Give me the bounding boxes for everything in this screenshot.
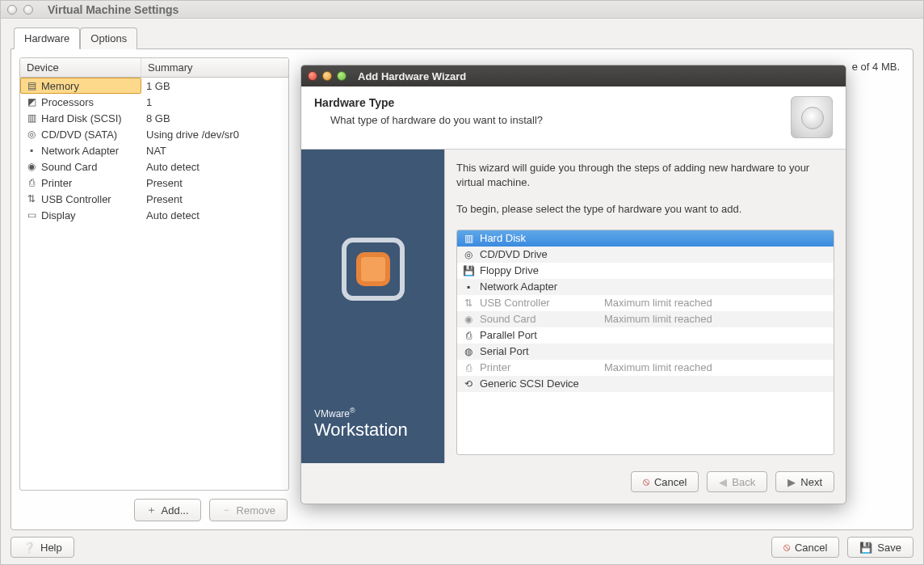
- add-device-label: Add...: [162, 504, 189, 517]
- device-row[interactable]: ▭DisplayAuto detect: [20, 207, 288, 223]
- device-icon: ▥: [25, 112, 38, 124]
- hardware-type-label: Generic SCSI Device: [480, 377, 579, 390]
- wizard-title: Add Hardware Wizard: [358, 70, 466, 82]
- help-button[interactable]: ❔ Help: [10, 537, 74, 558]
- device-summary: 1: [141, 95, 288, 110]
- minus-icon: －: [221, 503, 232, 517]
- cancel-button[interactable]: ⦸ Cancel: [771, 537, 839, 558]
- tab-hardware[interactable]: Hardware: [14, 27, 80, 49]
- hardware-type-item[interactable]: 💾Floppy Drive: [457, 263, 834, 279]
- device-table[interactable]: Device Summary ▤Memory1 GB◩Processors1▥H…: [19, 57, 289, 491]
- hardware-type-icon: ◉: [462, 313, 475, 326]
- wizard-brand: VMware® Workstation: [301, 389, 444, 463]
- device-row[interactable]: ⎙PrinterPresent: [20, 175, 288, 191]
- hardware-type-item[interactable]: ⎙Parallel Port: [457, 327, 834, 344]
- hardware-type-list[interactable]: ▥Hard Disk◎CD/DVD Drive💾Floppy Drive▪Net…: [456, 230, 834, 455]
- hardware-type-label: Sound Card: [480, 313, 536, 325]
- hardware-type-label: Parallel Port: [480, 329, 537, 341]
- device-row[interactable]: ⇅USB ControllerPresent: [20, 191, 288, 207]
- bottom-bar: ❔ Help ⦸ Cancel 💾 Save: [1, 530, 923, 564]
- device-row[interactable]: ▥Hard Disk (SCSI)8 GB: [20, 110, 288, 126]
- device-icon: ▭: [25, 209, 38, 221]
- brand-vmware: VMware: [314, 408, 350, 420]
- hardware-type-item: ◉Sound CardMaximum limit reached: [457, 311, 834, 327]
- wizard-sidebar: VMware® Workstation: [301, 150, 445, 463]
- device-buttons: ＋ Add... － Remove: [19, 491, 289, 521]
- window-title: Virtual Machine Settings: [48, 3, 178, 16]
- hardware-type-icon: 💾: [462, 264, 475, 277]
- device-row[interactable]: ◎CD/DVD (SATA)Using drive /dev/sr0: [20, 126, 288, 142]
- help-icon: ❔: [23, 542, 36, 554]
- hardware-type-item[interactable]: ◍Serial Port: [457, 344, 834, 360]
- device-name: Display: [41, 209, 76, 221]
- device-name: Printer: [41, 177, 72, 189]
- hardware-type-label: Hard Disk: [480, 232, 526, 244]
- hardware-type-item[interactable]: ▪Network Adapter: [457, 279, 834, 295]
- wizard-header: Hardware Type What type of hardware do y…: [301, 86, 846, 150]
- hardware-type-icon: ◍: [462, 345, 475, 358]
- wizard-intro-1: This wizard will guide you through the s…: [456, 161, 834, 189]
- wizard-cancel-button[interactable]: ⦸ Cancel: [631, 471, 699, 492]
- device-table-header: Device Summary: [20, 58, 288, 78]
- window-minimize-icon[interactable]: [23, 5, 33, 15]
- device-summary: Present: [141, 192, 288, 207]
- device-row[interactable]: ▤Memory1 GB: [20, 78, 288, 94]
- device-summary: Using drive /dev/sr0: [141, 127, 288, 142]
- device-name: Memory: [41, 80, 79, 92]
- add-device-button[interactable]: ＋ Add...: [134, 499, 201, 521]
- device-icon: ◉: [25, 160, 38, 173]
- harddisk-large-icon: [791, 96, 833, 138]
- wizard-buttons: ⦸ Cancel ◀ Back ▶ Next: [301, 463, 846, 504]
- hardware-type-label: Floppy Drive: [480, 264, 539, 276]
- save-label: Save: [877, 542, 901, 554]
- titlebar: Virtual Machine Settings: [1, 1, 923, 19]
- hardware-type-note: Maximum limit reached: [604, 313, 829, 325]
- wizard-titlebar[interactable]: Add Hardware Wizard: [301, 65, 846, 86]
- device-icon: ⇅: [25, 192, 38, 205]
- wizard-close-icon[interactable]: [308, 71, 317, 81]
- device-summary: NAT: [141, 143, 288, 158]
- save-button[interactable]: 💾 Save: [847, 537, 914, 558]
- brand-workstation: Workstation: [314, 420, 431, 441]
- hardware-type-icon: ▥: [462, 232, 475, 245]
- device-summary: Auto detect: [141, 208, 288, 223]
- tabs: Hardware Options: [14, 27, 914, 48]
- device-name: USB Controller: [41, 193, 111, 205]
- hardware-type-item[interactable]: ◎CD/DVD Drive: [457, 247, 834, 263]
- wizard-subheading: What type of hardware do you want to ins…: [330, 114, 833, 126]
- wizard-back-label: Back: [732, 476, 755, 488]
- device-icon: ▤: [25, 79, 38, 92]
- device-name: Sound Card: [41, 161, 97, 173]
- add-hardware-wizard: Add Hardware Wizard Hardware Type What t…: [300, 65, 846, 504]
- device-icon: ◎: [25, 128, 38, 141]
- remove-device-button: － Remove: [209, 499, 288, 521]
- device-header-device: Device: [20, 58, 141, 77]
- hardware-type-icon: ⇅: [462, 297, 475, 310]
- hardware-type-item[interactable]: ▥Hard Disk: [457, 230, 834, 247]
- remove-device-label: Remove: [237, 504, 275, 517]
- wizard-minimize-icon[interactable]: [322, 71, 332, 81]
- hardware-type-icon: ⎙: [462, 329, 475, 342]
- device-summary: 1 GB: [141, 78, 288, 94]
- wizard-next-button[interactable]: ▶ Next: [775, 471, 834, 492]
- hardware-type-icon: ⟲: [462, 377, 475, 390]
- device-row[interactable]: ◩Processors1: [20, 94, 288, 110]
- device-row[interactable]: ▪Network AdapterNAT: [20, 142, 288, 158]
- device-name: CD/DVD (SATA): [41, 129, 117, 141]
- device-name: Processors: [41, 96, 94, 108]
- cancel-icon: ⦸: [643, 475, 649, 488]
- tab-options[interactable]: Options: [80, 27, 137, 49]
- device-summary: Auto detect: [141, 159, 288, 175]
- hardware-type-item[interactable]: ⟲Generic SCSI Device: [457, 376, 834, 392]
- device-summary: Present: [141, 175, 288, 191]
- window-close-icon[interactable]: [7, 5, 17, 15]
- wizard-heading: Hardware Type: [314, 96, 833, 109]
- plus-icon: ＋: [146, 503, 157, 517]
- wizard-main: This wizard will guide you through the s…: [445, 150, 846, 463]
- device-row[interactable]: ◉Sound CardAuto detect: [20, 158, 288, 175]
- device-icon: ◩: [25, 95, 38, 108]
- cancel-label: Cancel: [795, 542, 827, 554]
- wizard-cancel-label: Cancel: [654, 476, 687, 488]
- wizard-maximize-icon[interactable]: [337, 71, 346, 81]
- wizard-intro-2: To begin, please select the type of hard…: [456, 202, 834, 217]
